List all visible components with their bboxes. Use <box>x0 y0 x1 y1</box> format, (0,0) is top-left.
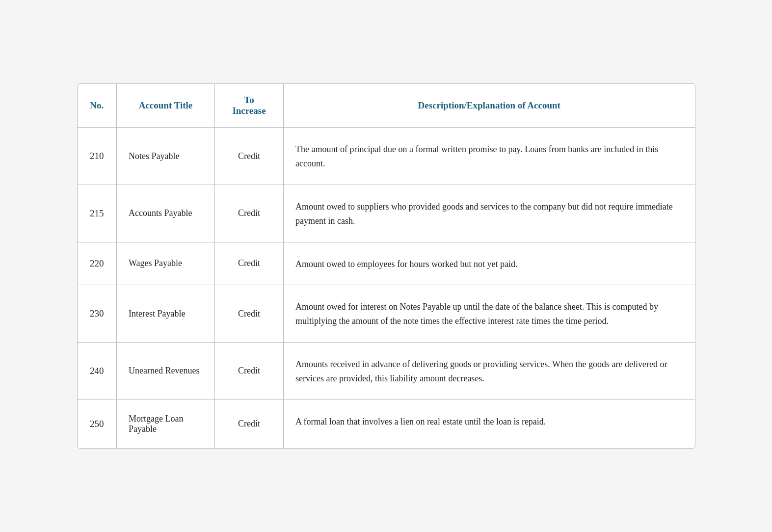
cell-account-title: Unearned Revenues <box>117 342 215 399</box>
cell-description: The amount of principal due on a formal … <box>284 128 695 185</box>
cell-no: 240 <box>78 342 117 399</box>
header-to-increase: To Increase <box>215 84 284 128</box>
table-row: 250Mortgage Loan PayableCreditA formal l… <box>78 399 695 448</box>
cell-description: Amount owed to employees for hours worke… <box>284 242 695 285</box>
cell-description: A formal loan that involves a lien on re… <box>284 399 695 448</box>
cell-description: Amounts received in advance of deliverin… <box>284 342 695 399</box>
cell-no: 215 <box>78 185 117 242</box>
cell-no: 220 <box>78 242 117 285</box>
cell-to-increase: Credit <box>215 185 284 242</box>
header-no: No. <box>78 84 117 128</box>
cell-no: 210 <box>78 128 117 185</box>
cell-description: Amount owed to suppliers who provided go… <box>284 185 695 242</box>
cell-to-increase: Credit <box>215 285 284 343</box>
accounts-table: No. Account Title To Increase Descriptio… <box>78 84 695 448</box>
table-header-row: No. Account Title To Increase Descriptio… <box>78 84 695 128</box>
header-description: Description/Explanation of Account <box>284 84 695 128</box>
cell-account-title: Wages Payable <box>117 242 215 285</box>
cell-description: Amount owed for interest on Notes Payabl… <box>284 285 695 343</box>
cell-no: 230 <box>78 285 117 343</box>
cell-to-increase: Credit <box>215 128 284 185</box>
table-row: 215Accounts PayableCreditAmount owed to … <box>78 185 695 242</box>
cell-account-title: Mortgage Loan Payable <box>117 399 215 448</box>
cell-account-title: Interest Payable <box>117 285 215 343</box>
cell-to-increase: Credit <box>215 399 284 448</box>
cell-to-increase: Credit <box>215 242 284 285</box>
cell-account-title: Notes Payable <box>117 128 215 185</box>
table-row: 210Notes PayableCreditThe amount of prin… <box>78 128 695 185</box>
cell-account-title: Accounts Payable <box>117 185 215 242</box>
accounts-table-container: No. Account Title To Increase Descriptio… <box>77 83 695 448</box>
header-account-title: Account Title <box>117 84 215 128</box>
table-row: 230Interest PayableCreditAmount owed for… <box>78 285 695 343</box>
table-row: 220Wages PayableCreditAmount owed to emp… <box>78 242 695 285</box>
cell-to-increase: Credit <box>215 342 284 399</box>
cell-no: 250 <box>78 399 117 448</box>
table-row: 240Unearned RevenuesCreditAmounts receiv… <box>78 342 695 399</box>
